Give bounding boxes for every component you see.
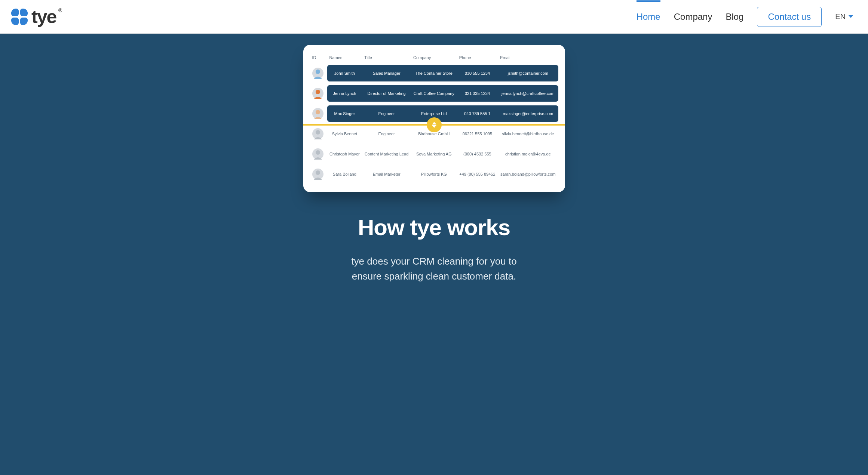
avatar bbox=[312, 148, 323, 160]
avatar bbox=[312, 88, 323, 99]
cell-phone: 021 335 1234 bbox=[457, 85, 498, 102]
cell-name: Max Singer bbox=[327, 105, 362, 122]
cell-title: Director of Marketing bbox=[362, 85, 411, 102]
table-row: Jenna LynchDirector of MarketingCraft Co… bbox=[310, 85, 558, 102]
avatar bbox=[312, 169, 323, 180]
hero-section: ID Names Title Company Phone Email John … bbox=[0, 34, 868, 314]
cell-phone: 06221 555 1095 bbox=[457, 126, 498, 142]
col-company: Company bbox=[411, 54, 457, 65]
cell-title: Sales Manager bbox=[362, 65, 411, 81]
cell-email: jsmith@container.com bbox=[498, 65, 558, 81]
cell-phone: (060) 4532 555 bbox=[457, 146, 498, 162]
avatar bbox=[312, 128, 323, 139]
cell-title: Content Marketing Lead bbox=[362, 146, 411, 162]
language-selector[interactable]: EN bbox=[835, 12, 853, 21]
caret-down-icon bbox=[432, 125, 436, 128]
nav-blog[interactable]: Blog bbox=[726, 1, 743, 33]
table-header-row: ID Names Title Company Phone Email bbox=[310, 54, 558, 65]
nav-home[interactable]: Home bbox=[637, 1, 660, 33]
cell-phone: +49 (80) 555 89452 bbox=[457, 166, 498, 182]
comparison-slider-handle[interactable] bbox=[427, 117, 442, 132]
svg-point-5 bbox=[316, 170, 320, 175]
cell-company: Seva Marketing AG bbox=[411, 146, 457, 162]
avatar bbox=[312, 108, 323, 119]
caret-up-icon bbox=[432, 122, 436, 124]
cell-company: The Container Store bbox=[411, 65, 457, 81]
cell-name: Christoph Mayer bbox=[327, 146, 362, 162]
logo-icon bbox=[11, 9, 28, 25]
cell-email: sarah.boland@pillowforts.com bbox=[498, 166, 558, 182]
svg-point-4 bbox=[316, 150, 320, 155]
brand-logo[interactable]: tye® bbox=[11, 6, 56, 28]
svg-point-0 bbox=[316, 70, 320, 74]
cell-email: silvia.bennett@birdhouse.de bbox=[498, 126, 558, 142]
svg-point-2 bbox=[316, 110, 320, 114]
table-row: Sara BollandEmail MarketerPillowforts KG… bbox=[310, 166, 558, 182]
col-id: ID bbox=[310, 54, 327, 65]
cell-title: Engineer bbox=[362, 126, 411, 142]
cell-name: John Smith bbox=[327, 65, 362, 81]
primary-nav: Home Company Blog Contact us EN bbox=[637, 1, 853, 33]
brand-name: tye® bbox=[31, 6, 56, 28]
cell-title: Engineer bbox=[362, 105, 411, 122]
cell-phone: 030 555 1234 bbox=[457, 65, 498, 81]
hero-title: How tye works bbox=[0, 215, 868, 240]
cell-name: Jenna Lynch bbox=[327, 85, 362, 102]
cell-company: Craft Coffee Company bbox=[411, 85, 457, 102]
avatar bbox=[312, 68, 323, 79]
table-row: John SmithSales ManagerThe Container Sto… bbox=[310, 65, 558, 81]
col-title: Title bbox=[362, 54, 411, 65]
table-row: Christoph MayerContent Marketing LeadSev… bbox=[310, 146, 558, 162]
chevron-down-icon bbox=[849, 15, 853, 18]
contact-us-button[interactable]: Contact us bbox=[757, 7, 822, 27]
cell-company: Pillowforts KG bbox=[411, 166, 457, 182]
cell-title: Email Marketer bbox=[362, 166, 411, 182]
svg-point-3 bbox=[316, 130, 320, 135]
crm-preview-card: ID Names Title Company Phone Email John … bbox=[303, 45, 565, 192]
svg-point-1 bbox=[316, 90, 320, 94]
top-navigation: tye® Home Company Blog Contact us EN bbox=[0, 0, 868, 34]
nav-company[interactable]: Company bbox=[674, 1, 712, 33]
cell-email: christian.meier@4eva.de bbox=[498, 146, 558, 162]
cell-name: Sara Bolland bbox=[327, 166, 362, 182]
col-names: Names bbox=[327, 54, 362, 65]
hero-subtitle: tye does your CRM cleaning for you to en… bbox=[0, 254, 868, 284]
cell-email: jenna.lynch@craftcoffee.com bbox=[498, 85, 558, 102]
col-phone: Phone bbox=[457, 54, 498, 65]
col-email: Email bbox=[498, 54, 558, 65]
cell-phone: 040 789 555 1 bbox=[457, 105, 498, 122]
cell-email: maxsinger@enterprise.com bbox=[498, 105, 558, 122]
cell-name: Sylvia Bennet bbox=[327, 126, 362, 142]
language-label: EN bbox=[835, 12, 846, 21]
